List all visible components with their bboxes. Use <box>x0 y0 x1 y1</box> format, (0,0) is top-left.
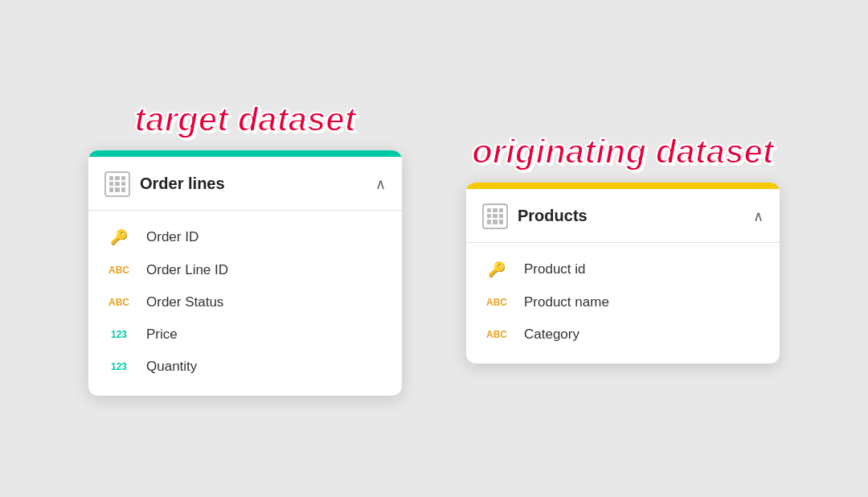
target-table-icon <box>104 171 130 197</box>
target-table-title: Order lines <box>140 175 375 193</box>
field-row: 123 Quantity <box>88 351 402 383</box>
field-row: ABC Order Status <box>88 286 402 318</box>
num-type-icon: 123 <box>104 361 133 372</box>
field-name: Order ID <box>146 229 199 245</box>
target-header-bar <box>88 150 402 157</box>
originating-table-icon <box>482 203 508 229</box>
originating-collapse-icon[interactable]: ∧ <box>753 207 764 225</box>
key-icon: 🔑 <box>482 261 511 278</box>
abc-type-icon: ABC <box>482 297 511 308</box>
field-name: Quantity <box>146 359 197 375</box>
target-card-title-row: Order lines ∧ <box>88 157 402 211</box>
target-collapse-icon[interactable]: ∧ <box>375 175 386 193</box>
field-row: 123 Price <box>88 318 402 351</box>
originating-dataset-panel: originating dataset Products ∧ 🔑 Produc <box>466 133 780 363</box>
target-dataset-card: Order lines ∧ 🔑 Order ID ABC Order Line … <box>88 150 402 396</box>
originating-dataset-card: Products ∧ 🔑 Product id ABC Product name… <box>466 183 780 364</box>
originating-card-title-row: Products ∧ <box>466 189 780 243</box>
field-name: Price <box>146 327 178 343</box>
abc-type-icon: ABC <box>482 329 511 340</box>
target-dataset-label: target dataset <box>134 101 355 138</box>
originating-field-list: 🔑 Product id ABC Product name ABC Catego… <box>466 243 780 364</box>
field-name: Product id <box>524 261 586 277</box>
field-name: Order Status <box>146 294 223 310</box>
field-name: Category <box>524 327 579 343</box>
field-row: ABC Order Line ID <box>88 254 402 286</box>
field-row: ABC Category <box>466 318 780 351</box>
key-icon: 🔑 <box>104 228 133 246</box>
originating-header-bar <box>466 183 780 189</box>
target-field-list: 🔑 Order ID ABC Order Line ID ABC Order S… <box>88 211 402 396</box>
field-row: ABC Product name <box>466 286 780 318</box>
num-type-icon: 123 <box>104 329 133 340</box>
field-row: 🔑 Order ID <box>88 220 402 254</box>
target-dataset-panel: target dataset Order lines ∧ 🔑 Order ID <box>88 101 402 395</box>
abc-type-icon: ABC <box>104 265 133 276</box>
originating-dataset-label: originating dataset <box>472 133 774 170</box>
field-row: 🔑 Product id <box>466 253 780 286</box>
abc-type-icon: ABC <box>104 297 133 308</box>
originating-table-title: Products <box>518 207 753 225</box>
field-name: Product name <box>524 294 609 310</box>
field-name: Order Line ID <box>146 262 228 278</box>
